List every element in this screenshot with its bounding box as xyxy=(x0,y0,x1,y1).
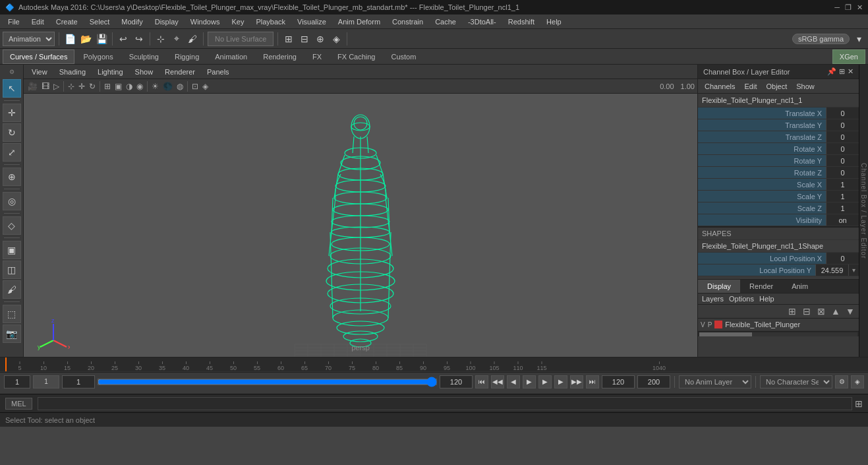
tab-animation[interactable]: Animation xyxy=(208,49,254,64)
live-surface-button[interactable]: No Live Surface xyxy=(208,32,274,46)
scale-y-value[interactable]: 1 xyxy=(826,191,859,202)
renderer-menu[interactable]: Renderer xyxy=(159,67,200,77)
shadow-icon-vp[interactable]: 🌑 xyxy=(161,82,174,91)
attribute-editor-strip[interactable]: Channel Box / Layer Editor xyxy=(859,65,868,357)
local-pos-y-value[interactable]: 24.559 xyxy=(815,264,848,276)
pin-icon[interactable]: 📌 xyxy=(827,67,836,76)
layers-menu[interactable]: Layers xyxy=(702,295,724,303)
timeline-playhead[interactable] xyxy=(5,357,7,371)
panels-menu[interactable]: Panels xyxy=(202,67,235,77)
create-layer-from-sel-icon[interactable]: ⊟ xyxy=(801,306,813,317)
menu-redshift[interactable]: Redshift xyxy=(503,16,540,27)
undo-button[interactable]: ↩ xyxy=(117,32,130,46)
viewport-canvas[interactable]: x y z persp xyxy=(24,94,697,357)
menu-cache[interactable]: Cache xyxy=(430,16,461,27)
range-start-field[interactable] xyxy=(62,375,95,388)
prev-key-btn[interactable]: ◀◀ xyxy=(491,375,504,388)
lighting-on-icon-vp[interactable]: ☀ xyxy=(150,82,160,91)
menu-constrain[interactable]: Constrain xyxy=(387,16,428,27)
go-to-start-btn[interactable]: ⏮ xyxy=(475,375,488,388)
texture-icon-vp[interactable]: ◉ xyxy=(135,82,144,91)
close-channel-icon[interactable]: ✕ xyxy=(848,67,854,76)
display-tab[interactable]: Display xyxy=(698,280,740,293)
xray-icon-vp[interactable]: ⊡ xyxy=(190,82,200,91)
snap-point-button[interactable]: ⊕ xyxy=(314,32,327,46)
render-tab[interactable]: Render xyxy=(740,280,782,293)
menu-anim-deform[interactable]: Anim Deform xyxy=(333,16,386,27)
rotate-y-value[interactable]: 0 xyxy=(826,155,859,166)
menu-help[interactable]: Help xyxy=(541,16,567,27)
menu-visualize[interactable]: Visualize xyxy=(292,16,332,27)
save-scene-button[interactable]: 💾 xyxy=(95,32,108,46)
tab-rendering[interactable]: Rendering xyxy=(256,49,304,64)
local-pos-y-arrow[interactable]: ▾ xyxy=(848,264,859,276)
new-scene-button[interactable]: 📄 xyxy=(63,32,76,46)
select-manip-icon[interactable]: ⊹ xyxy=(67,82,76,91)
open-scene-button[interactable]: 📂 xyxy=(79,32,92,46)
range-slider[interactable] xyxy=(98,379,437,385)
camera-icon-vp[interactable]: 🎥 xyxy=(26,82,39,91)
rotate-tool-lt[interactable]: ↻ xyxy=(3,123,21,142)
snap-surface-button[interactable]: ◈ xyxy=(330,32,343,46)
max-range-field[interactable] xyxy=(637,375,670,388)
menu-file[interactable]: File xyxy=(3,16,25,27)
snap-curve-button[interactable]: ⊟ xyxy=(298,32,311,46)
frame-field-2[interactable]: 1 xyxy=(33,375,59,388)
menu-windows[interactable]: Windows xyxy=(185,16,225,27)
anim-prefs-btn[interactable]: ◈ xyxy=(851,375,864,388)
tab-rigging[interactable]: Rigging xyxy=(167,49,206,64)
wireframe-icon-vp[interactable]: ▣ xyxy=(113,82,123,91)
paint-select-button[interactable]: 🖌 xyxy=(186,32,199,46)
move-tool-lt[interactable]: ✛ xyxy=(3,104,21,122)
menu-create[interactable]: Create xyxy=(51,16,83,27)
lasso-tool-button[interactable]: ⌖ xyxy=(170,32,183,46)
delete-layer-icon[interactable]: ⊠ xyxy=(815,306,827,317)
scroll-track[interactable] xyxy=(699,332,857,336)
minimize-button[interactable]: ─ xyxy=(834,3,840,12)
current-frame-field[interactable] xyxy=(4,375,30,388)
cb-edit-menu[interactable]: Edit xyxy=(740,81,761,92)
range-end-field[interactable] xyxy=(440,375,473,388)
scale-tool-lt[interactable]: ⤢ xyxy=(3,143,21,162)
select-tool-lt[interactable]: ↖ xyxy=(3,79,21,98)
animation-mode-select[interactable]: Animation xyxy=(3,32,55,46)
translate-y-value[interactable]: 0 xyxy=(826,119,859,131)
char-settings-btn[interactable]: ⚙ xyxy=(835,375,848,388)
create-layer-icon[interactable]: ⊞ xyxy=(786,306,798,317)
play-icon-vp[interactable]: ▷ xyxy=(52,82,61,91)
layer-entry[interactable]: V P Flexible_Toilet_Plunger xyxy=(698,319,859,331)
rotate-x-value[interactable]: 0 xyxy=(826,143,859,154)
camera-lt[interactable]: 📷 xyxy=(3,325,21,343)
go-to-end-btn[interactable]: ⏭ xyxy=(586,375,599,388)
mel-indicator[interactable]: MEL xyxy=(5,398,32,410)
snapquad-lt[interactable]: ⬚ xyxy=(3,305,21,323)
close-button[interactable]: ✕ xyxy=(857,3,863,12)
anim-tab[interactable]: Anim xyxy=(782,280,817,293)
menu-modify[interactable]: Modify xyxy=(116,16,148,27)
layer-visibility-flag[interactable]: V xyxy=(701,321,705,328)
redo-button[interactable]: ↪ xyxy=(132,32,146,46)
show-menu[interactable]: Show xyxy=(130,67,159,77)
translate-x-value[interactable]: 0 xyxy=(826,108,859,119)
timeline-ruler[interactable]: 5 10 15 20 25 30 35 40 45 50 55 60 65 70… xyxy=(0,357,868,372)
grid-icon-vp[interactable]: ⊞ xyxy=(103,82,112,91)
menu-3dtoall[interactable]: -3DtoAll- xyxy=(463,16,502,27)
char-set-select[interactable]: No Character Set xyxy=(760,375,832,388)
tab-sculpting[interactable]: Sculpting xyxy=(122,49,166,64)
paint-lt[interactable]: 🖌 xyxy=(3,280,21,299)
tab-polygons[interactable]: Polygons xyxy=(76,49,120,64)
move-layer-down-icon[interactable]: ▼ xyxy=(844,306,856,317)
rotate-icon-vp[interactable]: ↻ xyxy=(88,82,97,91)
tab-curves-surfaces[interactable]: Curves / Surfaces xyxy=(3,49,74,64)
cb-show-menu[interactable]: Show xyxy=(792,81,819,92)
menu-edit[interactable]: Edit xyxy=(26,16,49,27)
tab-custom[interactable]: Custom xyxy=(384,49,424,64)
gamma-arrow-button[interactable]: ▾ xyxy=(852,32,865,46)
cb-object-menu[interactable]: Object xyxy=(762,81,791,92)
visibility-value[interactable]: on xyxy=(826,214,859,226)
float-icon[interactable]: ⊞ xyxy=(839,67,845,76)
next-key-btn[interactable]: ▶▶ xyxy=(570,375,583,388)
select-tool-button[interactable]: ⊹ xyxy=(154,32,167,46)
tab-fx-caching[interactable]: FX Caching xyxy=(330,49,382,64)
xgen-button[interactable]: XGen xyxy=(832,49,865,64)
